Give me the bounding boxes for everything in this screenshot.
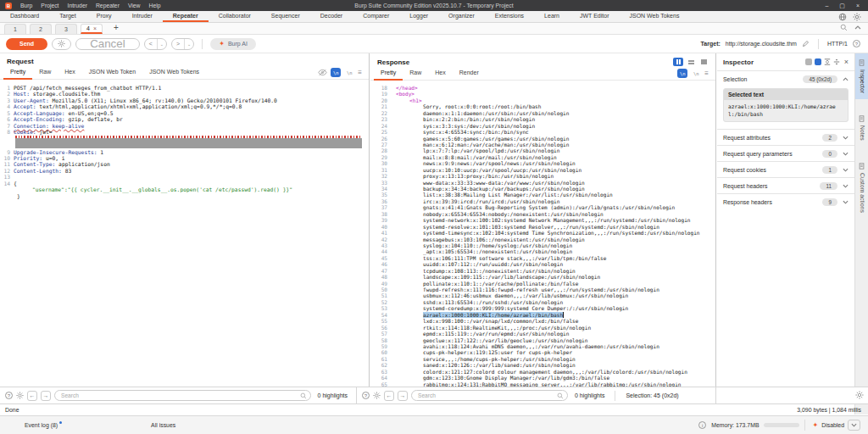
tab-collaborator[interactable]: Collaborator	[209, 11, 261, 22]
burp-ai-button[interactable]: ✦ Burp AI	[210, 38, 256, 50]
newline-option[interactable]: \n	[344, 68, 354, 77]
request-tab-json-web-tokens[interactable]: JSON Web Tokens	[142, 66, 206, 80]
response-tab-raw[interactable]: Raw	[403, 67, 428, 81]
menu-view[interactable]: View	[124, 3, 145, 8]
inspector-view-option-icon[interactable]	[805, 58, 812, 65]
selection-section-header[interactable]: Selection 45 (0x2d)	[717, 70, 854, 86]
response-tab-render[interactable]: Render	[453, 67, 486, 81]
repeater-tab-2[interactable]: 2	[30, 24, 52, 34]
tab-comparer[interactable]: Comparer	[353, 11, 399, 22]
menu-repeater[interactable]: Repeater	[92, 3, 124, 8]
request-tab-json-web-token[interactable]: JSON Web Token	[82, 66, 142, 80]
menu-intruder[interactable]: Intruder	[64, 3, 92, 8]
response-editor[interactable]: 18</head>19<body>20<h1>21Sorry, root:x:0…	[370, 85, 715, 387]
globe-icon[interactable]	[838, 13, 847, 21]
response-search-input[interactable]	[411, 390, 568, 401]
response-tab-hex[interactable]: Hex	[428, 67, 452, 81]
newline-option[interactable]: \n	[691, 69, 701, 78]
close-button[interactable]: ×	[856, 3, 860, 9]
history-forward-group: > ⌄	[171, 38, 194, 50]
tab-jwt-editor[interactable]: JWT Editor	[570, 11, 620, 22]
request-editor[interactable]: 1POST /api/fetch_messeges_from_chatbot H…	[0, 85, 369, 387]
tab-logger[interactable]: Logger	[399, 11, 438, 22]
repeater-tab-1[interactable]: 1	[4, 24, 26, 34]
tab-dashboard[interactable]: Dashboard	[0, 11, 49, 22]
request-line: 3User-Agent: Mozilla/5.0 (X11; Linux x86…	[0, 97, 369, 103]
history-forward-dropdown[interactable]: ⌄	[184, 39, 193, 49]
tab-learn[interactable]: Learn	[534, 11, 570, 22]
next-match-button[interactable]: →	[41, 391, 51, 401]
edit-pencil-icon[interactable]	[802, 40, 810, 47]
tab-target[interactable]: Target	[49, 11, 86, 22]
tab-proxy[interactable]: Proxy	[86, 11, 122, 22]
search-help-icon[interactable]: ?	[5, 392, 13, 399]
inspector-section-request-cookies[interactable]: Request cookies1	[717, 161, 854, 177]
request-tab-hex[interactable]: Hex	[58, 66, 81, 80]
jwt-token-selected-block[interactable]	[14, 136, 369, 149]
tab-sequencer[interactable]: Sequencer	[261, 11, 310, 22]
tab-intruder[interactable]: Intruder	[122, 11, 163, 22]
menu-burp[interactable]: Burp	[16, 3, 36, 8]
show-newlines-toggle[interactable]: \n	[331, 68, 341, 77]
request-tab-raw[interactable]: Raw	[32, 66, 58, 80]
side-tab-custom-actions[interactable]: Custom actions	[855, 157, 868, 219]
add-repeater-tab-button[interactable]: +	[108, 23, 124, 33]
response-line: 18</head>	[370, 85, 715, 91]
divider-icon[interactable]	[833, 58, 840, 65]
history-back-button[interactable]: <	[145, 39, 157, 49]
search-icon[interactable]	[840, 24, 848, 31]
event-log-button[interactable]: Event log (8)	[25, 422, 62, 428]
request-tab-pretty[interactable]: Pretty	[3, 66, 32, 80]
all-issues-button[interactable]: All issues	[151, 422, 175, 428]
tab-organizer[interactable]: Organizer	[438, 11, 485, 22]
search-help-icon[interactable]: ?	[362, 392, 370, 399]
search-settings-icon[interactable]	[16, 392, 24, 399]
help-icon[interactable]: ?	[853, 40, 860, 47]
tab-json-web-tokens[interactable]: JSON Web Tokens	[620, 11, 690, 22]
collapse-all-icon[interactable]	[824, 58, 831, 65]
request-menu-icon[interactable]: ≡	[358, 69, 362, 76]
request-line: 12Content-Length: 83	[0, 168, 369, 174]
tab-repeater[interactable]: Repeater	[163, 11, 209, 22]
http-version-badge[interactable]: HTTP/1	[827, 41, 848, 47]
request-search-input[interactable]	[54, 390, 311, 401]
repeater-tab-3[interactable]: 3	[55, 24, 77, 34]
inspector-section-request-attributes[interactable]: Request attributes2	[717, 129, 854, 145]
repeater-tab-4[interactable]: 4×	[81, 24, 103, 34]
settings-gear-icon[interactable]	[853, 13, 861, 21]
collapse-chevron-icon[interactable]	[854, 25, 861, 30]
prev-match-button[interactable]: ←	[384, 391, 394, 401]
close-tab-icon[interactable]: ×	[93, 25, 97, 31]
response-line: 55lxd:x:998:100::/var/snap/lxd/common/lx…	[370, 318, 715, 324]
tab-decoder[interactable]: Decoder	[310, 11, 353, 22]
search-settings-icon[interactable]	[373, 392, 381, 399]
inspector-section-request-headers[interactable]: Request headers11	[717, 177, 854, 193]
next-match-button[interactable]: →	[398, 391, 408, 401]
layout-tabs-button[interactable]	[698, 58, 709, 66]
history-back-dropdown[interactable]: ⌄	[157, 39, 166, 49]
menu-project[interactable]: Project	[36, 3, 63, 8]
ai-status-dropdown[interactable]	[848, 420, 860, 431]
history-forward-button[interactable]: >	[172, 39, 184, 49]
layout-columns-button[interactable]	[673, 58, 683, 66]
cancel-button[interactable]: Cancel	[75, 38, 140, 50]
response-menu-icon[interactable]: ≡	[704, 70, 709, 77]
prev-match-button[interactable]: ←	[27, 391, 37, 401]
send-button[interactable]: Send	[6, 38, 47, 50]
panel-settings-gear-icon[interactable]	[855, 391, 864, 399]
response-tab-pretty[interactable]: Pretty	[374, 67, 403, 81]
menu-help[interactable]: Help	[145, 3, 165, 8]
close-inspector-icon[interactable]: ×	[844, 58, 849, 66]
side-tab-notes[interactable]: Notes	[855, 109, 868, 147]
show-newlines-toggle[interactable]: \n	[677, 69, 687, 78]
side-tab-inspector[interactable]: Inspector	[855, 53, 868, 99]
minimize-button[interactable]: –	[825, 3, 828, 9]
hide-eye-icon[interactable]	[318, 69, 327, 76]
inspector-section-request-query-parameters[interactable]: Request query parameters0	[717, 145, 854, 161]
inspector-section-response-headers[interactable]: Response headers9	[717, 193, 854, 209]
send-settings-button[interactable]	[52, 38, 71, 50]
maximize-button[interactable]: ▢	[839, 3, 845, 9]
inspector-view-option-active-icon[interactable]	[815, 58, 821, 65]
tab-extensions[interactable]: Extensions	[485, 11, 534, 22]
layout-rows-button[interactable]	[686, 58, 696, 66]
